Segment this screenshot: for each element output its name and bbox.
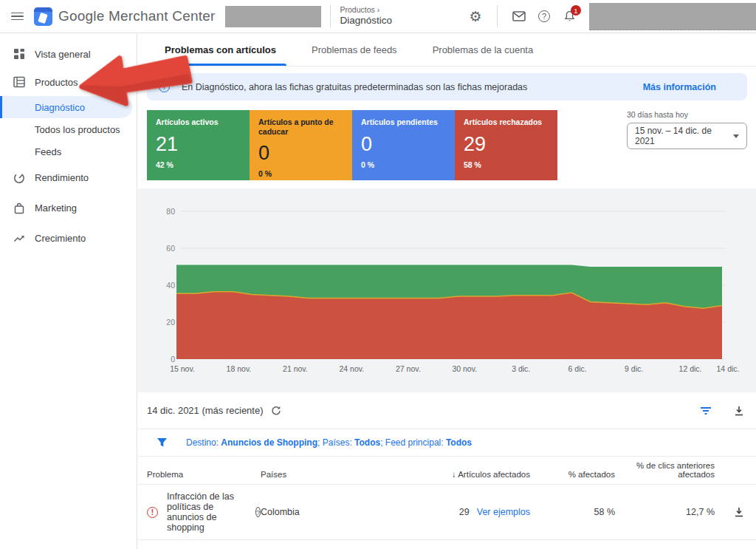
pagination-row: Mostrar filas: 30 1 - 1 de 1 — [138, 540, 756, 549]
notification-badge: 1 — [571, 5, 581, 16]
hamburger-menu-icon[interactable] — [0, 13, 34, 21]
active-filters-row: Destino: Anuncios de Shopping; Países: T… — [138, 429, 756, 457]
card-percent: 0 % — [361, 160, 446, 169]
sidebar-item-label: Productos — [35, 77, 78, 88]
previous-page-button[interactable] — [662, 543, 684, 549]
column-header-paises[interactable]: Países — [261, 470, 371, 479]
next-page-button[interactable] — [693, 543, 715, 549]
breadcrumb-page: Diagnóstico — [340, 15, 392, 27]
sidebar-item-todos-los-productos[interactable]: Todos los productos — [0, 118, 137, 140]
card-value: 21 — [156, 134, 241, 154]
sidebar-item-label: Feeds — [35, 146, 61, 157]
refresh-button[interactable] — [271, 406, 281, 416]
notifications-button[interactable]: 1 — [557, 4, 582, 29]
question-icon[interactable]: ? — [255, 507, 261, 517]
issues-table-header: Problema Países ↓ Artículos afectados % … — [138, 457, 756, 485]
items-status-chart: 02040608015 nov.18 nov.21 nov.24 nov.27 … — [138, 188, 756, 392]
card-label: Artículos activos — [156, 117, 241, 127]
header-actions: ⚙ ? 1 — [463, 3, 756, 30]
card-articulos-pendientes[interactable]: Artículos pendientes 0 0 % — [352, 110, 455, 180]
settings-button[interactable]: ⚙ — [463, 4, 488, 29]
report-toolbar — [700, 406, 744, 416]
download-report-button[interactable] — [734, 406, 744, 416]
filter-value: Todos — [354, 437, 380, 448]
chevron-down-icon — [733, 134, 739, 138]
svg-text:80: 80 — [166, 207, 175, 216]
sidebar-item-feeds[interactable]: Feeds — [0, 140, 137, 163]
row-download-button[interactable] — [715, 507, 744, 517]
ver-ejemplos-link[interactable]: Ver ejemplos — [477, 507, 530, 517]
info-banner: i En Diagnóstico, ahora las fichas gratu… — [147, 73, 747, 100]
first-page-button[interactable] — [630, 543, 653, 549]
sidebar-item-vista-general[interactable]: Vista general — [0, 40, 137, 68]
gear-icon: ⚙ — [469, 8, 481, 25]
stacked-area-chart: 02040608015 nov.18 nov.21 nov.24 nov.27 … — [138, 188, 756, 389]
svg-text:6 dic.: 6 dic. — [568, 364, 587, 373]
top-header: Google Merchant Center Productos › Diagn… — [0, 0, 756, 33]
card-articulos-activos[interactable]: Artículos activos 21 42 % — [147, 110, 250, 180]
funnel-icon[interactable] — [157, 437, 168, 448]
shopping-bag-icon — [13, 202, 26, 215]
sidebar-nav: Vista general Productos Diagnóstico Todo… — [0, 34, 137, 549]
card-value: 0 — [361, 134, 446, 154]
breadcrumb-section[interactable]: Productos › — [340, 5, 392, 15]
breadcrumb: Productos › Diagnóstico — [340, 5, 392, 27]
report-date-label: 14 dic. 2021 (más reciente) — [147, 405, 264, 416]
sidebar-item-label: Crecimiento — [35, 233, 86, 244]
refresh-icon — [271, 406, 281, 416]
column-header-pct-clics[interactable]: % de clics anteriores afectados — [615, 461, 715, 479]
sidebar-item-rendimiento[interactable]: Rendimiento — [0, 163, 137, 193]
sidebar-item-label: Todos los productos — [35, 124, 120, 135]
sidebar-item-marketing[interactable]: Marketing — [0, 193, 137, 223]
affected-count: 29 — [459, 507, 470, 517]
card-value: 0 — [258, 143, 343, 163]
tab-problemas-de-la-cuenta[interactable]: Problemas de la cuenta — [415, 34, 551, 66]
svg-text:60: 60 — [166, 244, 175, 253]
mas-informacion-link[interactable]: Más información — [643, 82, 735, 92]
svg-text:3 dic.: 3 dic. — [512, 364, 530, 373]
merchant-center-app: Google Merchant Center Productos › Diagn… — [0, 0, 756, 549]
filter-lines-icon — [700, 406, 712, 415]
table-row: ! Infracción de las políticas de anuncio… — [138, 485, 756, 540]
redacted-account-name — [225, 6, 321, 27]
card-percent: 42 % — [156, 160, 241, 169]
tab-problemas-de-feeds[interactable]: Problemas de feeds — [294, 34, 415, 66]
filter-summary[interactable]: Destino: Anuncios de Shopping; Países: T… — [186, 437, 472, 448]
date-range-select[interactable]: 15 nov. – 14 dic. de 2021 — [627, 123, 747, 149]
messages-button[interactable] — [506, 4, 532, 29]
help-icon: ? — [538, 10, 550, 22]
svg-text:14 dic.: 14 dic. — [717, 364, 740, 373]
breadcrumb-chevron-icon: › — [377, 5, 380, 14]
column-header-pct-afectados[interactable]: % afectados — [530, 470, 615, 479]
redacted-user-info — [589, 3, 756, 30]
filter-label: ; Países: — [317, 437, 354, 448]
sidebar-item-diagnostico[interactable]: Diagnóstico — [0, 96, 132, 118]
svg-text:40: 40 — [166, 281, 175, 290]
last-page-button[interactable] — [724, 543, 746, 549]
card-label: Artículos rechazados — [464, 117, 549, 127]
card-percent: 0 % — [258, 169, 343, 178]
card-value: 29 — [464, 134, 549, 154]
cell-articulos-afectados: 29 Ver ejemplos — [371, 507, 530, 517]
card-articulos-rechazados[interactable]: Artículos rechazados 29 58 % — [455, 110, 557, 180]
sidebar-item-productos[interactable]: Productos — [0, 68, 137, 96]
column-header-articulos-afectados[interactable]: ↓ Artículos afectados — [371, 470, 530, 479]
tab-label: Problemas de la cuenta — [433, 44, 534, 55]
sidebar-item-crecimiento[interactable]: Crecimiento — [0, 223, 137, 253]
info-icon: i — [159, 81, 170, 92]
cell-problema: ! Infracción de las políticas de anuncio… — [147, 491, 261, 533]
tab-problemas-con-articulos[interactable]: Problemas con artículos — [147, 34, 294, 66]
column-header-problema[interactable]: Problema — [147, 470, 261, 479]
help-button[interactable]: ? — [532, 4, 557, 29]
sidebar-item-label: Diagnóstico — [35, 102, 85, 113]
svg-text:27 nov.: 27 nov. — [396, 364, 421, 373]
card-label: Artículos a punto de caducar — [258, 117, 343, 136]
sidebar-item-label: Rendimiento — [35, 172, 89, 183]
tab-label: Problemas con artículos — [165, 44, 276, 55]
svg-text:15 nov.: 15 nov. — [170, 364, 195, 373]
banner-text: En Diagnóstico, ahora las fichas gratuit… — [182, 82, 527, 92]
products-list-icon — [13, 75, 26, 89]
filter-toggle-button[interactable] — [700, 406, 712, 415]
filter-value: Todos — [446, 437, 472, 448]
card-articulos-a-punto-de-caducar[interactable]: Artículos a punto de caducar 0 0 % — [250, 110, 352, 180]
